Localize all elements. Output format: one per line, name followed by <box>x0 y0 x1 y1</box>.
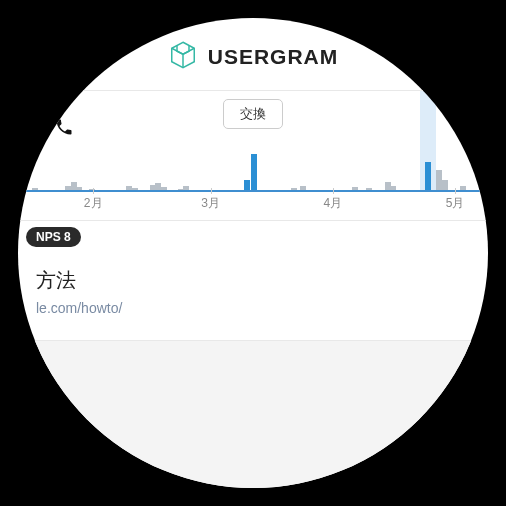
chart-bar <box>251 154 257 192</box>
badge-row: NPS 8 <box>18 221 488 253</box>
footer-area <box>18 341 488 488</box>
chart-x-axis: 2月3月4月5月 <box>18 192 488 220</box>
app-header: USERGRAM <box>18 18 488 91</box>
nps-badge: NPS 8 <box>26 227 81 247</box>
exchange-button[interactable]: 交換 <box>223 99 283 129</box>
phone-icon <box>54 117 76 139</box>
x-axis-tick: 3月 <box>201 195 220 212</box>
content-url[interactable]: le.com/howto/ <box>36 300 470 316</box>
brand-name: USERGRAM <box>208 45 339 69</box>
app-viewport: USERGRAM 交換 2月3月4月5月 NPS 8 方法 le.com/how… <box>18 18 488 488</box>
usergram-logo-icon <box>168 40 198 74</box>
content-title: 方法 <box>36 267 470 294</box>
x-axis-tick: 2月 <box>84 195 103 212</box>
content-panel: 方法 le.com/howto/ <box>18 253 488 341</box>
x-axis-tick: 5月 <box>446 195 465 212</box>
chart-bar <box>425 162 431 192</box>
activity-chart: 交換 2月3月4月5月 <box>18 91 488 221</box>
x-axis-tick: 4月 <box>324 195 343 212</box>
